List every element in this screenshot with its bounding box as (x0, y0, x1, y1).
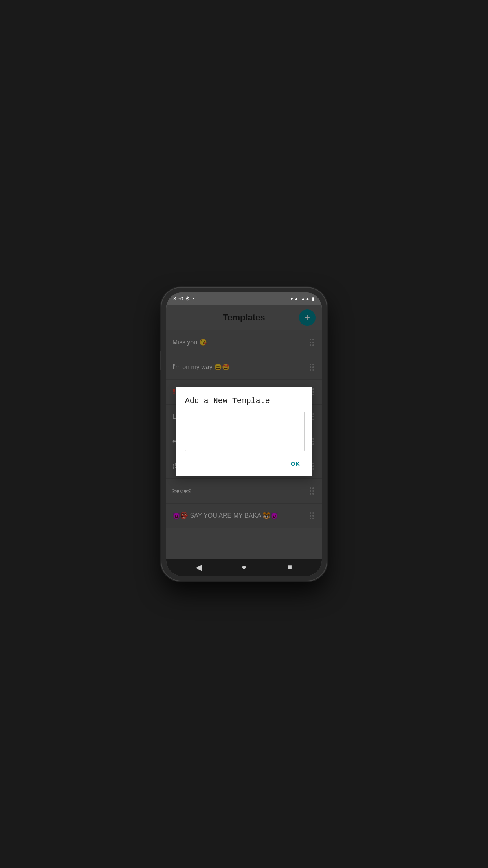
side-button (160, 351, 161, 370)
dot-icon: • (193, 296, 194, 302)
gear-icon: ⚙ (185, 296, 190, 302)
status-time: 3:50 (173, 296, 183, 302)
status-left: 3:50 ⚙ • (173, 296, 194, 302)
phone-frame: 3:50 ⚙ • ▼▲ ▲▲ ▮ Templates + M (161, 288, 327, 581)
nav-bar: ◀ ● ■ (166, 559, 322, 576)
dialog-actions: OK (185, 457, 305, 470)
home-button[interactable]: ● (237, 560, 251, 574)
dialog-title: Add a New Template (185, 396, 305, 405)
app-content: Templates + Miss you 😘 I'm on my way 😄🤩 (166, 305, 322, 559)
battery-icon: ▮ (312, 296, 315, 302)
template-input[interactable] (185, 412, 305, 451)
dialog-overlay: Add a New Template OK (166, 305, 322, 559)
status-icons: ▼▲ ▲▲ ▮ (289, 296, 315, 302)
wifi-icon: ▼▲ (289, 296, 299, 302)
back-button[interactable]: ◀ (191, 560, 205, 574)
status-bar: 3:50 ⚙ • ▼▲ ▲▲ ▮ (166, 292, 322, 305)
ok-button[interactable]: OK (286, 457, 305, 470)
recent-apps-button[interactable]: ■ (283, 560, 297, 574)
signal-icon: ▲▲ (301, 296, 310, 302)
phone-screen: 3:50 ⚙ • ▼▲ ▲▲ ▮ Templates + M (166, 292, 322, 576)
add-template-dialog: Add a New Template OK (176, 387, 312, 476)
